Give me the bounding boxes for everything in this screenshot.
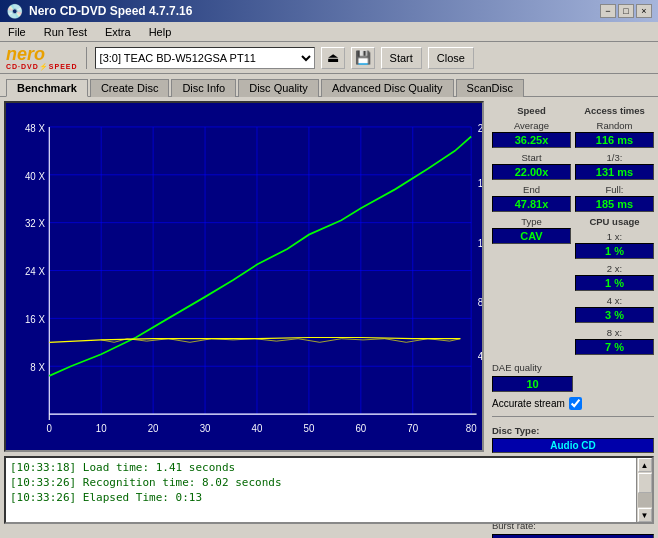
- start-value: 22.00x: [492, 164, 571, 180]
- cpu-header: CPU usage: [575, 216, 654, 227]
- end-label: End: [492, 184, 571, 195]
- svg-rect-0: [6, 103, 482, 450]
- tab-bar: Benchmark Create Disc Disc Info Disc Qua…: [0, 74, 658, 96]
- random-label: Random: [575, 120, 654, 131]
- svg-text:50: 50: [304, 423, 315, 435]
- dae-value: 10: [492, 376, 573, 392]
- speed-access-section: Speed Average 36.25x Start 22.00x End 47…: [492, 101, 654, 356]
- close-button[interactable]: ×: [636, 4, 652, 18]
- cpu-2x-label: 2 x:: [575, 263, 654, 274]
- menu-extra[interactable]: Extra: [101, 25, 135, 39]
- dae-label: DAE quality: [492, 362, 654, 373]
- svg-text:20: 20: [478, 122, 482, 134]
- avg-label: Average: [492, 120, 571, 131]
- cd-dvd-speed-text: CD·DVD⚡SPEED: [6, 63, 78, 71]
- main-content: 48 X 40 X 32 X 24 X 16 X 8 X 20 16 12 8 …: [0, 96, 658, 456]
- disc-type-value: Audio CD: [492, 438, 654, 453]
- minimize-button[interactable]: −: [600, 4, 616, 18]
- log-line-2: [10:33:26] Recognition time: 8.02 second…: [10, 475, 632, 490]
- cpu-1x-value: 1 %: [575, 243, 654, 259]
- toolbar: nero CD·DVD⚡SPEED [3:0] TEAC BD-W512GSA …: [0, 42, 658, 74]
- chart-area: 48 X 40 X 32 X 24 X 16 X 8 X 20 16 12 8 …: [4, 101, 484, 452]
- access-header: Access times: [575, 105, 654, 116]
- tab-disc-info[interactable]: Disc Info: [171, 79, 236, 97]
- log-area: [10:33:18] Load time: 1.41 seconds [10:3…: [4, 456, 654, 524]
- one-third-value: 131 ms: [575, 164, 654, 180]
- one-third-label: 1/3:: [575, 152, 654, 163]
- tab-benchmark[interactable]: Benchmark: [6, 79, 88, 97]
- accurate-stream-checkbox[interactable]: [569, 397, 582, 410]
- scroll-track: [638, 473, 652, 507]
- svg-text:24 X: 24 X: [25, 266, 45, 278]
- svg-text:0: 0: [47, 423, 53, 435]
- tab-advanced-disc-quality[interactable]: Advanced Disc Quality: [321, 79, 454, 97]
- drive-selector[interactable]: [3:0] TEAC BD-W512GSA PT11: [95, 47, 315, 69]
- cpu-4x-label: 4 x:: [575, 295, 654, 306]
- log-content: [10:33:18] Load time: 1.41 seconds [10:3…: [6, 458, 636, 522]
- scroll-up-button[interactable]: ▲: [638, 458, 652, 472]
- svg-text:32 X: 32 X: [25, 218, 45, 230]
- close-button-toolbar[interactable]: Close: [428, 47, 474, 69]
- svg-text:60: 60: [355, 423, 366, 435]
- svg-text:12: 12: [478, 237, 482, 249]
- svg-text:40 X: 40 X: [25, 170, 45, 182]
- svg-text:8 X: 8 X: [30, 362, 45, 374]
- type-label: Type: [492, 216, 571, 227]
- svg-text:20: 20: [148, 423, 159, 435]
- menu-bar: File Run Test Extra Help: [0, 22, 658, 42]
- log-line-1: [10:33:18] Load time: 1.41 seconds: [10, 460, 632, 475]
- save-icon-button[interactable]: 💾: [351, 47, 375, 69]
- tab-scandisc[interactable]: ScanDisc: [456, 79, 524, 97]
- accurate-stream-label: Accurate stream: [492, 398, 565, 409]
- random-value: 116 ms: [575, 132, 654, 148]
- cpu-8x-label: 8 x:: [575, 327, 654, 338]
- svg-text:8: 8: [478, 297, 482, 309]
- type-value: CAV: [492, 228, 571, 244]
- start-button[interactable]: Start: [381, 47, 422, 69]
- svg-text:4: 4: [478, 351, 482, 363]
- log-line-3: [10:33:26] Elapsed Time: 0:13: [10, 490, 632, 505]
- app-title: Nero CD-DVD Speed 4.7.7.16: [29, 4, 192, 18]
- cpu-1x-label: 1 x:: [575, 231, 654, 242]
- svg-text:48 X: 48 X: [25, 122, 45, 134]
- tab-create-disc[interactable]: Create Disc: [90, 79, 169, 97]
- speed-header: Speed: [492, 105, 571, 116]
- speed-column: Speed Average 36.25x Start 22.00x End 47…: [492, 101, 571, 356]
- eject-icon-button[interactable]: ⏏: [321, 47, 345, 69]
- title-bar: 💿 Nero CD-DVD Speed 4.7.7.16 − □ ×: [0, 0, 658, 22]
- accurate-stream-row: Accurate stream: [492, 397, 654, 410]
- log-scrollbar: ▲ ▼: [636, 458, 652, 522]
- svg-text:70: 70: [407, 423, 418, 435]
- end-value: 47.81x: [492, 196, 571, 212]
- menu-file[interactable]: File: [4, 25, 30, 39]
- burst-value: 24 MB/s: [492, 534, 654, 538]
- svg-text:10: 10: [96, 423, 107, 435]
- svg-text:80: 80: [466, 423, 477, 435]
- app-logo: nero CD·DVD⚡SPEED: [6, 45, 78, 71]
- start-label: Start: [492, 152, 571, 163]
- full-value: 185 ms: [575, 196, 654, 212]
- avg-value: 36.25x: [492, 132, 571, 148]
- stats-panel: Speed Average 36.25x Start 22.00x End 47…: [488, 97, 658, 456]
- cpu-8x-value: 7 %: [575, 339, 654, 355]
- access-times-column: Access times Random 116 ms 1/3: 131 ms F…: [575, 101, 654, 356]
- svg-text:16 X: 16 X: [25, 314, 45, 326]
- menu-run-test[interactable]: Run Test: [40, 25, 91, 39]
- tab-disc-quality[interactable]: Disc Quality: [238, 79, 319, 97]
- nero-logo-text: nero: [6, 45, 78, 63]
- disc-type-header: Disc Type:: [492, 425, 654, 436]
- toolbar-separator-1: [86, 47, 87, 69]
- divider-1: [492, 416, 654, 417]
- cpu-2x-value: 1 %: [575, 275, 654, 291]
- scroll-thumb[interactable]: [638, 473, 652, 493]
- svg-text:30: 30: [200, 423, 211, 435]
- full-label: Full:: [575, 184, 654, 195]
- svg-text:16: 16: [478, 177, 482, 189]
- cpu-4x-value: 3 %: [575, 307, 654, 323]
- maximize-button[interactable]: □: [618, 4, 634, 18]
- menu-help[interactable]: Help: [145, 25, 176, 39]
- window-controls: − □ ×: [600, 4, 652, 18]
- benchmark-chart: 48 X 40 X 32 X 24 X 16 X 8 X 20 16 12 8 …: [6, 103, 482, 450]
- svg-text:40: 40: [252, 423, 263, 435]
- scroll-down-button[interactable]: ▼: [638, 508, 652, 522]
